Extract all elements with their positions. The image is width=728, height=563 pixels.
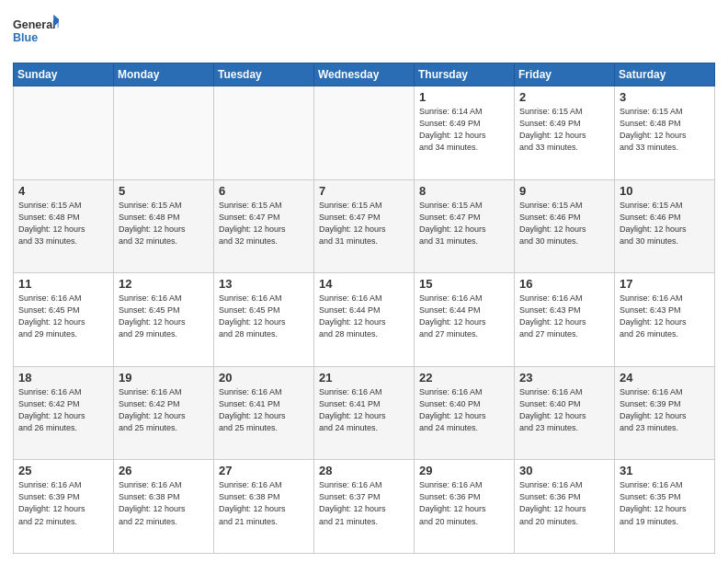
day-number: 3 — [620, 90, 710, 104]
calendar-cell: 16Sunrise: 6:16 AM Sunset: 6:43 PM Dayli… — [515, 273, 615, 367]
day-info: Sunrise: 6:16 AM Sunset: 6:35 PM Dayligh… — [620, 479, 710, 527]
header: General Blue — [13, 9, 715, 55]
logo: General Blue — [13, 9, 59, 55]
calendar-cell: 8Sunrise: 6:15 AM Sunset: 6:47 PM Daylig… — [415, 179, 515, 273]
calendar-cell: 15Sunrise: 6:16 AM Sunset: 6:44 PM Dayli… — [415, 273, 515, 367]
day-number: 16 — [519, 277, 609, 291]
day-number: 21 — [319, 371, 409, 385]
day-info: Sunrise: 6:15 AM Sunset: 6:48 PM Dayligh… — [119, 200, 209, 247]
day-info: Sunrise: 6:16 AM Sunset: 6:38 PM Dayligh… — [119, 479, 209, 527]
calendar-cell: 26Sunrise: 6:16 AM Sunset: 6:38 PM Dayli… — [114, 460, 214, 554]
day-header-wednesday: Wednesday — [314, 63, 415, 86]
day-info: Sunrise: 6:16 AM Sunset: 6:42 PM Dayligh… — [18, 386, 108, 434]
day-info: Sunrise: 6:15 AM Sunset: 6:47 PM Dayligh… — [219, 200, 309, 247]
calendar-cell: 20Sunrise: 6:16 AM Sunset: 6:41 PM Dayli… — [214, 366, 314, 460]
calendar-cell: 23Sunrise: 6:16 AM Sunset: 6:40 PM Dayli… — [515, 366, 615, 460]
day-info: Sunrise: 6:16 AM Sunset: 6:45 PM Dayligh… — [119, 293, 209, 340]
day-number: 20 — [219, 371, 309, 385]
day-info: Sunrise: 6:16 AM Sunset: 6:41 PM Dayligh… — [319, 386, 409, 434]
calendar-cell: 13Sunrise: 6:16 AM Sunset: 6:45 PM Dayli… — [214, 273, 314, 367]
day-info: Sunrise: 6:16 AM Sunset: 6:39 PM Dayligh… — [620, 386, 710, 434]
day-info: Sunrise: 6:15 AM Sunset: 6:46 PM Dayligh… — [519, 200, 609, 247]
calendar-cell: 27Sunrise: 6:16 AM Sunset: 6:38 PM Dayli… — [214, 460, 314, 554]
day-number: 22 — [419, 371, 509, 385]
day-number: 27 — [219, 464, 309, 477]
svg-text:Blue: Blue — [13, 31, 38, 44]
svg-marker-3 — [57, 17, 59, 29]
calendar-cell: 18Sunrise: 6:16 AM Sunset: 6:42 PM Dayli… — [14, 366, 114, 460]
day-number: 26 — [119, 464, 209, 477]
day-number: 6 — [219, 184, 309, 198]
week-row-3: 11Sunrise: 6:16 AM Sunset: 6:45 PM Dayli… — [14, 273, 715, 367]
day-header-friday: Friday — [515, 63, 615, 86]
calendar-cell: 29Sunrise: 6:16 AM Sunset: 6:36 PM Dayli… — [415, 460, 515, 554]
day-header-sunday: Sunday — [14, 63, 114, 86]
calendar-cell — [314, 86, 415, 180]
day-number: 23 — [519, 371, 609, 385]
calendar-cell: 4Sunrise: 6:15 AM Sunset: 6:48 PM Daylig… — [14, 179, 114, 273]
calendar-cell: 22Sunrise: 6:16 AM Sunset: 6:40 PM Dayli… — [415, 366, 515, 460]
calendar-cell: 2Sunrise: 6:15 AM Sunset: 6:49 PM Daylig… — [515, 86, 615, 180]
day-number: 19 — [119, 371, 209, 385]
calendar-cell: 11Sunrise: 6:16 AM Sunset: 6:45 PM Dayli… — [14, 273, 114, 367]
week-row-1: 1Sunrise: 6:14 AM Sunset: 6:49 PM Daylig… — [14, 86, 715, 180]
day-number: 10 — [620, 184, 710, 198]
day-number: 18 — [18, 371, 108, 385]
day-info: Sunrise: 6:15 AM Sunset: 6:46 PM Dayligh… — [620, 200, 710, 247]
day-info: Sunrise: 6:15 AM Sunset: 6:48 PM Dayligh… — [620, 106, 710, 154]
day-info: Sunrise: 6:16 AM Sunset: 6:38 PM Dayligh… — [219, 479, 309, 527]
week-row-2: 4Sunrise: 6:15 AM Sunset: 6:48 PM Daylig… — [14, 179, 715, 273]
day-info: Sunrise: 6:15 AM Sunset: 6:47 PM Dayligh… — [419, 200, 509, 247]
day-info: Sunrise: 6:16 AM Sunset: 6:36 PM Dayligh… — [419, 479, 509, 527]
calendar-cell: 3Sunrise: 6:15 AM Sunset: 6:48 PM Daylig… — [615, 86, 715, 180]
calendar-cell: 21Sunrise: 6:16 AM Sunset: 6:41 PM Dayli… — [314, 366, 415, 460]
calendar-cell: 6Sunrise: 6:15 AM Sunset: 6:47 PM Daylig… — [214, 179, 314, 273]
day-number: 11 — [18, 277, 108, 291]
day-info: Sunrise: 6:15 AM Sunset: 6:47 PM Dayligh… — [319, 200, 409, 247]
calendar-cell — [114, 86, 214, 180]
day-info: Sunrise: 6:16 AM Sunset: 6:45 PM Dayligh… — [18, 293, 108, 340]
header-row: SundayMondayTuesdayWednesdayThursdayFrid… — [14, 63, 715, 86]
day-number: 30 — [519, 464, 609, 477]
day-number: 17 — [620, 277, 710, 291]
calendar-cell: 30Sunrise: 6:16 AM Sunset: 6:36 PM Dayli… — [515, 460, 615, 554]
day-info: Sunrise: 6:16 AM Sunset: 6:44 PM Dayligh… — [419, 293, 509, 340]
calendar-cell: 31Sunrise: 6:16 AM Sunset: 6:35 PM Dayli… — [615, 460, 715, 554]
day-info: Sunrise: 6:16 AM Sunset: 6:40 PM Dayligh… — [519, 386, 609, 434]
day-info: Sunrise: 6:16 AM Sunset: 6:42 PM Dayligh… — [119, 386, 209, 434]
week-row-4: 18Sunrise: 6:16 AM Sunset: 6:42 PM Dayli… — [14, 366, 715, 460]
day-header-monday: Monday — [114, 63, 214, 86]
svg-text:General: General — [13, 18, 56, 31]
calendar-cell: 7Sunrise: 6:15 AM Sunset: 6:47 PM Daylig… — [314, 179, 415, 273]
day-number: 9 — [519, 184, 609, 198]
calendar-cell: 9Sunrise: 6:15 AM Sunset: 6:46 PM Daylig… — [515, 179, 615, 273]
logo-svg: General Blue — [13, 9, 59, 55]
day-number: 2 — [519, 90, 609, 104]
day-number: 24 — [620, 371, 710, 385]
day-number: 4 — [18, 184, 108, 198]
calendar-cell: 12Sunrise: 6:16 AM Sunset: 6:45 PM Dayli… — [114, 273, 214, 367]
day-info: Sunrise: 6:16 AM Sunset: 6:37 PM Dayligh… — [319, 479, 409, 527]
day-number: 13 — [219, 277, 309, 291]
calendar-cell — [214, 86, 314, 180]
calendar-cell: 5Sunrise: 6:15 AM Sunset: 6:48 PM Daylig… — [114, 179, 214, 273]
day-number: 1 — [419, 90, 509, 104]
day-number: 7 — [319, 184, 409, 198]
day-info: Sunrise: 6:16 AM Sunset: 6:43 PM Dayligh… — [620, 293, 710, 340]
day-info: Sunrise: 6:16 AM Sunset: 6:36 PM Dayligh… — [519, 479, 609, 527]
day-info: Sunrise: 6:15 AM Sunset: 6:49 PM Dayligh… — [519, 106, 609, 154]
day-header-saturday: Saturday — [615, 63, 715, 86]
day-number: 5 — [119, 184, 209, 198]
calendar-cell: 19Sunrise: 6:16 AM Sunset: 6:42 PM Dayli… — [114, 366, 214, 460]
calendar-cell: 28Sunrise: 6:16 AM Sunset: 6:37 PM Dayli… — [314, 460, 415, 554]
calendar-cell: 14Sunrise: 6:16 AM Sunset: 6:44 PM Dayli… — [314, 273, 415, 367]
day-number: 31 — [620, 464, 710, 477]
day-info: Sunrise: 6:16 AM Sunset: 6:40 PM Dayligh… — [419, 386, 509, 434]
day-number: 12 — [119, 277, 209, 291]
calendar-cell — [14, 86, 114, 180]
calendar-cell: 17Sunrise: 6:16 AM Sunset: 6:43 PM Dayli… — [615, 273, 715, 367]
day-info: Sunrise: 6:16 AM Sunset: 6:43 PM Dayligh… — [519, 293, 609, 340]
day-number: 14 — [319, 277, 409, 291]
day-info: Sunrise: 6:16 AM Sunset: 6:41 PM Dayligh… — [219, 386, 309, 434]
page: General Blue SundayMondayTuesdayWednesda… — [0, 0, 728, 563]
